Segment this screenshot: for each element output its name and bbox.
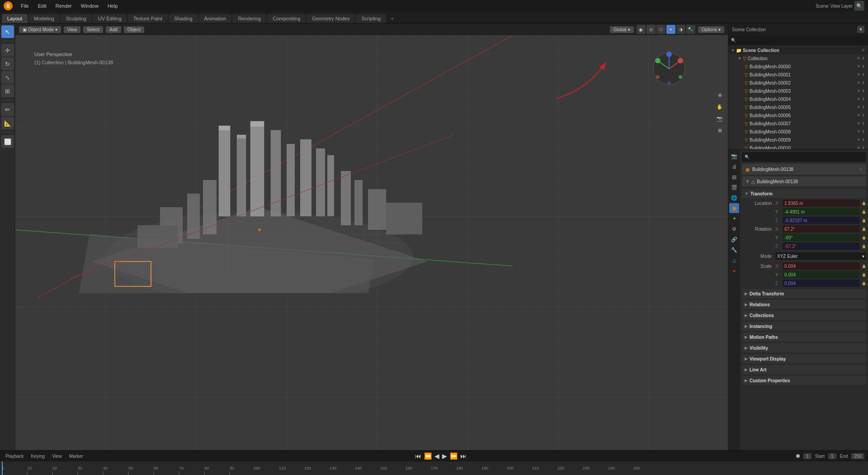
location-x-input[interactable]: 1.9365 m bbox=[783, 200, 860, 207]
play-btn[interactable]: ▶ bbox=[442, 452, 447, 460]
tab-modeling[interactable]: Modeling bbox=[28, 14, 60, 23]
object-menu-btn[interactable]: Object bbox=[124, 26, 144, 33]
prop-scene-btn[interactable]: 🎬 bbox=[729, 182, 739, 192]
zoom-to-fit-btn[interactable]: ⊕ bbox=[714, 90, 725, 100]
tab-geometry-nodes[interactable]: Geometry Nodes bbox=[307, 14, 355, 23]
select-menu-btn[interactable]: Select bbox=[83, 26, 103, 33]
jump-start-btn[interactable]: ⏮ bbox=[415, 452, 421, 460]
header-search-btn[interactable]: 🔍 bbox=[854, 1, 864, 11]
menu-file[interactable]: File bbox=[17, 2, 33, 10]
tool-move[interactable]: ✛ bbox=[1, 44, 14, 57]
outliner-search-input[interactable] bbox=[738, 38, 865, 43]
prop-particles-btn[interactable]: ✦ bbox=[729, 214, 739, 223]
tool-add-cube[interactable]: ⬜ bbox=[1, 135, 14, 148]
outliner-scene-collection[interactable]: ▼ 📁 Scene Collection 👁 bbox=[728, 46, 868, 54]
tool-measure[interactable]: 📐 bbox=[1, 117, 14, 129]
prop-world-btn[interactable]: 🌐 bbox=[729, 193, 739, 203]
prop-view-layer-btn[interactable]: ▤ bbox=[729, 172, 739, 182]
add-workspace-btn[interactable]: + bbox=[387, 14, 397, 23]
prop-data-btn[interactable]: △ bbox=[729, 255, 739, 265]
rotation-z-input[interactable]: -67.2° bbox=[783, 242, 860, 250]
play-reverse-btn[interactable]: ◀ bbox=[434, 452, 439, 460]
prop-transform-header[interactable]: ▼ Transform bbox=[742, 189, 866, 198]
timeline-track[interactable]: 1 10 20 30 40 50 60 70 80 90 100 110 120… bbox=[0, 461, 868, 475]
viewport-overlay-btn[interactable]: ⊙ bbox=[646, 25, 656, 34]
pan-btn[interactable]: ✋ bbox=[714, 101, 725, 112]
scale-z-input[interactable]: 0.004 bbox=[783, 280, 860, 287]
outliner-row-00003[interactable]: ▽ BuildingMesh-00003 👁 ⬇ bbox=[728, 87, 868, 95]
tab-shading[interactable]: Shading bbox=[169, 14, 198, 23]
tl-playback-menu[interactable]: Playback bbox=[4, 453, 26, 460]
prop-modifier-btn[interactable]: 🔧 bbox=[729, 245, 739, 255]
viewport-scene[interactable]: User Perspective (1) Collection | Buildi… bbox=[15, 35, 728, 450]
tool-select[interactable]: ↖ bbox=[1, 25, 14, 38]
tl-current-frame[interactable]: 1 bbox=[803, 453, 811, 459]
prop-motion-paths-header[interactable]: ▶ Motion Paths bbox=[742, 332, 866, 342]
tool-scale[interactable]: ⤡ bbox=[1, 71, 14, 84]
solid-shading-btn[interactable]: ● bbox=[666, 25, 675, 34]
rotation-x-input[interactable]: 67.2° bbox=[783, 225, 860, 233]
location-y-input[interactable]: -4.4901 m bbox=[783, 208, 860, 215]
prop-relations-header[interactable]: ▶ Relations bbox=[742, 300, 866, 309]
prop-object-btn[interactable]: ▣ bbox=[729, 203, 739, 213]
prop-custom-props-header[interactable]: ▶ Custom Properties bbox=[742, 376, 866, 385]
prop-instancing-header[interactable]: ▶ Instancing bbox=[742, 322, 866, 331]
collection-toggle-btn[interactable]: ⊞ bbox=[714, 125, 725, 136]
prop-material-btn[interactable]: ● bbox=[729, 266, 739, 276]
prop-search-input[interactable] bbox=[751, 155, 863, 160]
viewport-shading-btn[interactable]: ◉ bbox=[637, 25, 646, 34]
tl-view-menu[interactable]: View bbox=[50, 453, 64, 460]
tl-keying-menu[interactable]: Keying bbox=[29, 453, 47, 460]
tab-rendering[interactable]: Rendering bbox=[232, 14, 266, 23]
menu-window[interactable]: Window bbox=[77, 2, 102, 10]
outliner-row-00008[interactable]: ▽ BuildingMesh-00008 👁 ⬇ bbox=[728, 128, 868, 136]
prop-viewport-display-header[interactable]: ▶ Viewport Display bbox=[742, 354, 866, 363]
outliner-row-00009[interactable]: ▽ BuildingMesh-00009 👁 ⬇ bbox=[728, 136, 868, 144]
object-mode-btn[interactable]: ▣ Object Mode ▾ bbox=[19, 26, 61, 33]
tool-annotate[interactable]: ✏ bbox=[1, 103, 14, 116]
scale-x-input[interactable]: 0.004 bbox=[783, 262, 860, 270]
outliner-row-00007[interactable]: ▽ BuildingMesh-00007 👁 ⬇ bbox=[728, 119, 868, 128]
prop-render-btn[interactable]: 📷 bbox=[729, 151, 739, 161]
prop-constraints-btn[interactable]: 🔗 bbox=[729, 234, 739, 244]
tl-start-frame[interactable]: 1 bbox=[828, 453, 836, 459]
tab-uv-editing[interactable]: UV Editing bbox=[93, 14, 127, 23]
add-menu-btn[interactable]: Add bbox=[106, 26, 121, 33]
vis-eye-icon[interactable]: 👁 bbox=[861, 48, 865, 52]
outliner-row-00005[interactable]: ▽ BuildingMesh-00005 👁 ⬇ bbox=[728, 103, 868, 111]
next-frame-btn[interactable]: ⏩ bbox=[450, 452, 458, 460]
prop-visibility-header[interactable]: ▶ Visibility bbox=[742, 343, 866, 352]
menu-edit[interactable]: Edit bbox=[34, 2, 50, 10]
prop-output-btn[interactable]: 🖨 bbox=[729, 162, 739, 171]
material-preview-btn[interactable]: ◑ bbox=[676, 25, 685, 34]
location-z-input[interactable]: -0.92187 m bbox=[783, 217, 860, 224]
scale-y-input[interactable]: 0.004 bbox=[783, 271, 860, 278]
outliner-row-00004[interactable]: ▽ BuildingMesh-00004 👁 ⬇ bbox=[728, 95, 868, 103]
jump-end-btn[interactable]: ⏭ bbox=[460, 452, 467, 460]
outliner-collection[interactable]: ▼ ▽ Collection 👁 ⬇ bbox=[728, 54, 868, 62]
tool-rotate[interactable]: ↻ bbox=[1, 57, 14, 70]
outliner-filter-btn[interactable]: ▼ bbox=[857, 26, 864, 33]
global-dropdown[interactable]: Global ▾ bbox=[610, 26, 634, 33]
options-btn[interactable]: Options ▾ bbox=[698, 26, 724, 33]
tl-marker-menu[interactable]: Marker bbox=[67, 453, 85, 460]
outliner-row-00006[interactable]: ▽ BuildingMesh-00006 👁 ⬇ bbox=[728, 111, 868, 119]
prop-line-art-header[interactable]: ▶ Line Art bbox=[742, 365, 866, 374]
outliner-row-00002[interactable]: ▽ BuildingMesh-00002 👁 ⬇ bbox=[728, 79, 868, 87]
tl-end-frame[interactable]: 250 bbox=[851, 453, 864, 459]
tool-transform[interactable]: ⊞ bbox=[1, 85, 14, 97]
render-preview-btn[interactable]: 🔦 bbox=[686, 25, 695, 34]
prop-physics-btn[interactable]: ⚙ bbox=[729, 224, 739, 234]
prev-frame-btn[interactable]: ⏪ bbox=[424, 452, 432, 460]
prop-obj-close[interactable]: ✕ bbox=[859, 167, 863, 171]
tab-animation[interactable]: Animation bbox=[199, 14, 232, 23]
prop-collections-header[interactable]: ▶ Collections bbox=[742, 311, 866, 320]
wireframe-btn[interactable]: ⬡ bbox=[656, 25, 665, 34]
viewport-3d[interactable]: ▣ Object Mode ▾ View Select Add Object G… bbox=[15, 24, 728, 450]
tab-scripting[interactable]: Scripting bbox=[356, 14, 386, 23]
rotation-y-input[interactable]: -90° bbox=[783, 234, 860, 241]
rotation-mode-select[interactable]: XYZ Euler ▾ bbox=[775, 252, 866, 260]
tab-sculpting[interactable]: Sculpting bbox=[61, 14, 92, 23]
prop-delta-header[interactable]: ▶ Delta Transform bbox=[742, 289, 866, 298]
tab-texture-paint[interactable]: Texture Paint bbox=[128, 14, 168, 23]
